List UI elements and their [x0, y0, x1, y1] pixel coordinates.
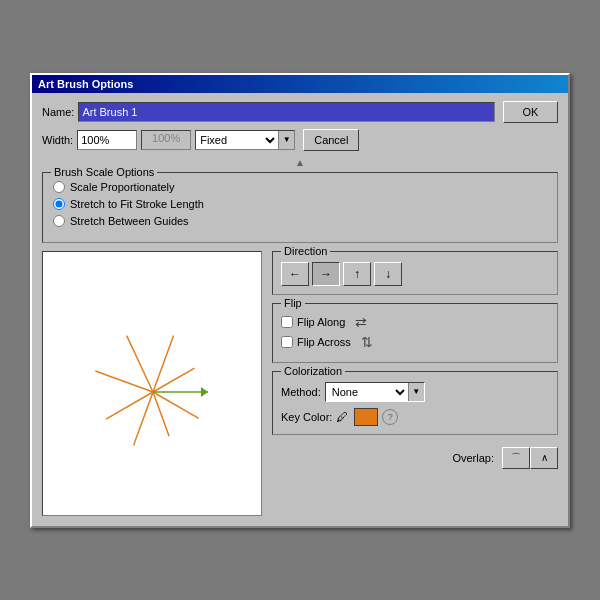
- key-color-row: Key Color: 🖊 ?: [281, 408, 549, 426]
- direction-buttons: ← → ↑ ↓: [281, 262, 549, 286]
- stretch-to-fit-radio[interactable]: [53, 198, 65, 210]
- flip-across-checkbox[interactable]: [281, 336, 293, 348]
- art-brush-options-dialog: Art Brush Options Name: OK Width: 100% F…: [30, 73, 570, 528]
- flip-group: Flip Flip Along ⇄ Flip Across ⇅: [272, 303, 558, 363]
- ok-button[interactable]: OK: [503, 101, 558, 123]
- fixed-select[interactable]: Fixed: [196, 133, 278, 147]
- method-dropdown-arrow: ▼: [408, 383, 424, 401]
- method-label: Method:: [281, 386, 321, 398]
- dialog-title: Art Brush Options: [38, 78, 133, 90]
- overlap-button-1[interactable]: ⌒: [502, 447, 530, 469]
- name-input[interactable]: [78, 102, 495, 122]
- stretch-between-guides-label: Stretch Between Guides: [70, 215, 189, 227]
- flip-across-icon: ⇅: [361, 334, 373, 350]
- stretch-between-guides-radio[interactable]: [53, 215, 65, 227]
- brush-scale-title: Brush Scale Options: [51, 166, 157, 178]
- colorization-group: Colorization Method: None ▼ Key Color: 🖊: [272, 371, 558, 435]
- name-label: Name:: [42, 106, 74, 118]
- fixed-dropdown[interactable]: Fixed ▼: [195, 130, 295, 150]
- main-content-area: Direction ← → ↑ ↓ Flip Flip Along ⇄: [42, 251, 558, 516]
- direction-right-button[interactable]: →: [312, 262, 340, 286]
- method-dropdown[interactable]: None ▼: [325, 382, 425, 402]
- title-bar: Art Brush Options: [32, 75, 568, 93]
- direction-down-button[interactable]: ↓: [374, 262, 402, 286]
- width-display: 100%: [141, 130, 191, 150]
- direction-group: Direction ← → ↑ ↓: [272, 251, 558, 295]
- width-input[interactable]: [77, 130, 137, 150]
- eyedropper-icon[interactable]: 🖊: [336, 410, 348, 424]
- direction-title: Direction: [281, 245, 330, 257]
- direction-left-button[interactable]: ←: [281, 262, 309, 286]
- flip-along-icon: ⇄: [355, 314, 367, 330]
- overlap-button-2[interactable]: ∧: [530, 447, 558, 469]
- key-color-label: Key Color:: [281, 411, 332, 423]
- method-row: Method: None ▼: [281, 382, 549, 402]
- right-panel: Direction ← → ↑ ↓ Flip Flip Along ⇄: [272, 251, 558, 516]
- brush-preview: [42, 251, 262, 516]
- colorization-title: Colorization: [281, 365, 345, 377]
- tip-icon[interactable]: ?: [382, 409, 398, 425]
- flip-along-label: Flip Along: [297, 316, 345, 328]
- method-select[interactable]: None: [326, 385, 408, 399]
- brush-scale-options-group: Brush Scale Options Scale Proportionatel…: [42, 172, 558, 243]
- flip-title: Flip: [281, 297, 305, 309]
- direction-up-button[interactable]: ↑: [343, 262, 371, 286]
- cancel-button[interactable]: Cancel: [303, 129, 359, 151]
- flip-across-label: Flip Across: [297, 336, 351, 348]
- flip-along-checkbox[interactable]: [281, 316, 293, 328]
- dropdown-arrow: ▼: [278, 131, 294, 149]
- scale-proportionately-radio[interactable]: [53, 181, 65, 193]
- stretch-to-fit-label: Stretch to Fit Stroke Length: [70, 198, 204, 210]
- scale-proportionately-label: Scale Proportionately: [70, 181, 175, 193]
- overlap-label: Overlap:: [452, 452, 494, 464]
- width-label: Width:: [42, 134, 73, 146]
- overlap-row: Overlap: ⌒ ∧: [272, 447, 558, 469]
- key-color-swatch[interactable]: [354, 408, 378, 426]
